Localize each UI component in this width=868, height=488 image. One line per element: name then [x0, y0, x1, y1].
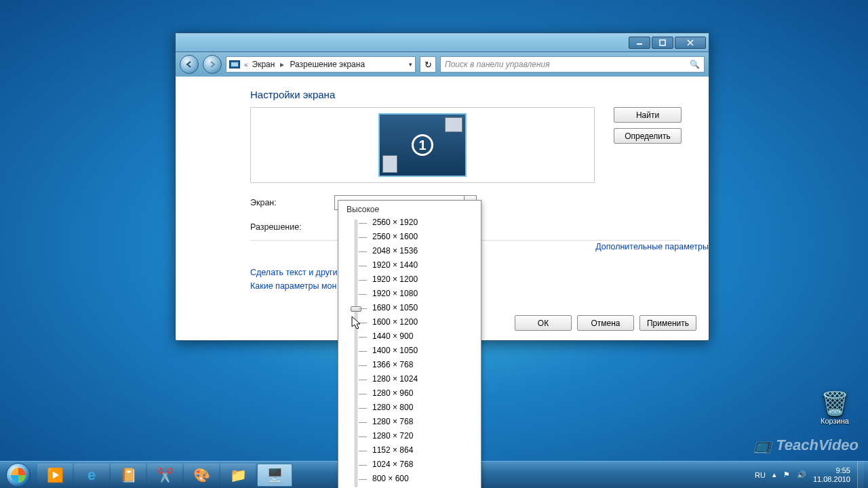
resolution-option[interactable]: 1920 × 1080 [338, 287, 481, 301]
address-bar[interactable]: « Экран ▸ Разрешение экрана ▾ [226, 56, 416, 73]
resolution-option[interactable]: 1400 × 1050 [338, 344, 481, 358]
resolution-option[interactable]: 868 × 488 [338, 429, 481, 443]
language-indicator[interactable]: RU [755, 471, 766, 479]
identify-button[interactable]: Определить [614, 128, 682, 144]
resolution-option[interactable]: 1152 × 864 [338, 443, 481, 458]
breadcrumb-screen[interactable]: Экран [252, 60, 275, 69]
show-desktop-button[interactable] [857, 462, 864, 489]
tray-expand-icon[interactable]: ▴ [772, 470, 776, 479]
resolution-option[interactable]: 1280 × 1024 [338, 372, 481, 386]
resolution-dropdown-list[interactable]: Высокое 2560 × 19202560 × 16002048 × 153… [338, 200, 481, 488]
taskbar-item-snipping[interactable]: ✂️ [147, 464, 182, 487]
resolution-option[interactable]: 2048 × 1536 [338, 244, 481, 258]
action-center-icon[interactable]: ⚑ [783, 470, 790, 479]
titlebar[interactable] [176, 33, 709, 52]
mini-window-icon [445, 117, 462, 132]
taskbar-item-control-panel[interactable]: 🖥️ [257, 464, 292, 487]
page-title: Настройки экрана [250, 89, 682, 100]
resolution-option[interactable]: 1280 × 768 [338, 415, 481, 429]
monitor-thumbnail[interactable]: 1 [378, 113, 467, 177]
screen-label: Экран: [250, 198, 334, 207]
start-button[interactable] [0, 462, 37, 489]
refresh-button[interactable]: ↻ [420, 56, 436, 73]
resolution-option[interactable]: 1280 × 800 [338, 401, 481, 415]
tv-icon: 📺 [753, 436, 772, 454]
dialog-buttons: ОК Отмена Применить [515, 315, 696, 331]
resolution-option[interactable]: 1024 × 768 [338, 458, 481, 472]
system-tray[interactable]: RU ▴ ⚑ 🔊 9:55 11.08.2010 [751, 462, 868, 489]
cancel-button[interactable]: Отмена [577, 315, 634, 331]
breadcrumb-resolution[interactable]: Разрешение экрана [290, 60, 365, 69]
clock[interactable]: 9:55 11.08.2010 [813, 466, 850, 484]
nav-back-button[interactable] [180, 55, 199, 74]
taskbar-item-notes[interactable]: 📔 [111, 464, 146, 487]
mini-window-icon [382, 155, 397, 173]
address-dropdown-icon[interactable]: ▾ [409, 61, 412, 68]
maximize-button[interactable] [652, 37, 673, 49]
resolution-option[interactable]: 1680 × 1050 [338, 301, 481, 315]
search-input[interactable]: Поиск в панели управления 🔍 [440, 56, 705, 73]
taskbar-item-paint[interactable]: 🎨 [184, 464, 219, 487]
display-preview[interactable]: 1 [250, 107, 595, 183]
monitor-number: 1 [412, 134, 433, 156]
explorer-navbar: « Экран ▸ Разрешение экрана ▾ ↻ Поиск в … [176, 52, 709, 77]
display-icon [229, 60, 240, 68]
volume-icon[interactable]: 🔊 [797, 470, 806, 479]
resolution-option[interactable]: 1920 × 1440 [338, 258, 481, 272]
watermark: 📺 TeachVideo [753, 436, 859, 454]
taskbar-item-wmp[interactable]: ▶️ [37, 464, 73, 487]
detect-button[interactable]: Найти [614, 107, 682, 123]
taskbar-item-explorer[interactable]: 📁 [220, 464, 256, 487]
close-button[interactable] [675, 37, 706, 49]
ok-button[interactable]: ОК [515, 315, 572, 331]
search-icon: 🔍 [690, 60, 700, 69]
nav-forward-button[interactable] [203, 55, 222, 74]
apply-button[interactable]: Применить [639, 315, 696, 331]
svg-rect-1 [660, 40, 665, 45]
resolution-option[interactable]: 2560 × 1920 [338, 216, 481, 230]
resolution-option[interactable]: 1920 × 1200 [338, 272, 481, 287]
advanced-settings-link[interactable]: Дополнительные параметры [595, 242, 709, 251]
resolution-option[interactable]: 1280 × 960 [338, 386, 481, 401]
scale-high-label: Высокое [338, 201, 481, 216]
resolution-option[interactable]: 2560 × 1600 [338, 230, 481, 244]
resolution-option[interactable]: 1366 × 768 [338, 358, 481, 372]
recycle-bin-icon[interactable]: 🗑️ Корзина [821, 390, 849, 425]
resolution-label: Разрешение: [250, 222, 334, 232]
mouse-cursor [351, 316, 363, 331]
search-placeholder: Поиск в панели управления [445, 60, 550, 69]
recycle-bin-label: Корзина [821, 417, 849, 425]
taskbar-item-ie[interactable]: e [74, 464, 109, 487]
resolution-option[interactable]: 1440 × 900 [338, 329, 481, 344]
minimize-button[interactable] [629, 37, 650, 49]
resolution-option[interactable]: 800 × 600 [338, 472, 481, 486]
